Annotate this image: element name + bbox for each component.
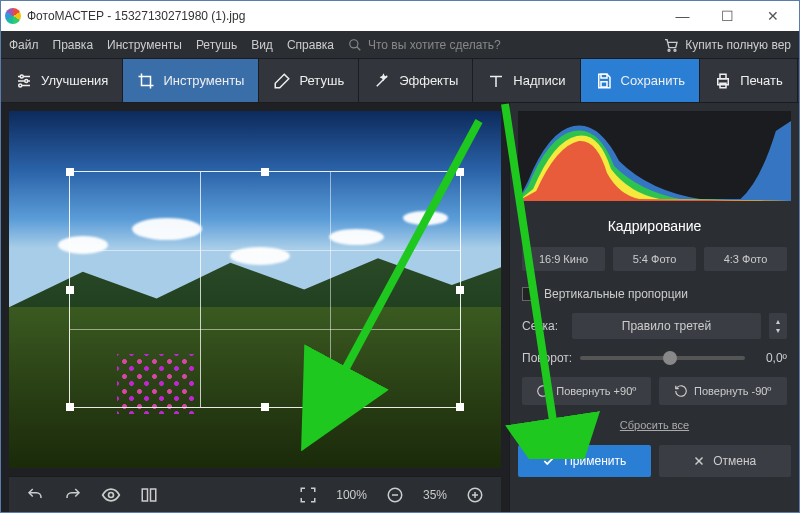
rotate-minus-90[interactable]: Повернуть -90º — [659, 377, 788, 405]
tab-enhance[interactable]: Улучшения — [1, 59, 123, 102]
tab-enhance-label: Улучшения — [41, 73, 108, 88]
zoom-in-button[interactable] — [465, 485, 485, 505]
print-label: Печать — [740, 73, 783, 88]
maximize-button[interactable]: ☐ — [705, 1, 750, 31]
brush-icon — [273, 72, 291, 90]
buy-label: Купить полную вер — [685, 38, 791, 52]
app-window: ФотоМАСТЕР - 15327130271980 (1).jpg — ☐ … — [0, 0, 800, 513]
preview-button[interactable] — [101, 485, 121, 505]
rotate-row: Поворот: 0,0º — [510, 345, 799, 371]
menu-edit[interactable]: Правка — [53, 38, 94, 52]
crop-handle-r[interactable] — [456, 286, 464, 294]
reset-all[interactable]: Сбросить все — [510, 411, 799, 439]
save-label: Сохранить — [621, 73, 686, 88]
svg-point-16 — [109, 492, 114, 497]
action-buttons: Применить Отмена — [510, 439, 799, 485]
histogram-svg — [518, 111, 791, 201]
crop-handle-br[interactable] — [456, 403, 464, 411]
fit-screen-button[interactable] — [298, 485, 318, 505]
cancel-button[interactable]: Отмена — [659, 445, 792, 477]
rotate-thumb[interactable] — [663, 351, 677, 365]
tab-effects[interactable]: Эффекты — [359, 59, 473, 102]
crop-handle-b[interactable] — [261, 403, 269, 411]
vertical-proportions-row: Вертикальные пропорции — [510, 281, 799, 307]
zoom-level: 35% — [423, 488, 447, 502]
back-button[interactable]: ‹ — [522, 217, 527, 235]
redo-button[interactable] — [63, 485, 83, 505]
minus-circle-icon — [386, 486, 404, 504]
close-button[interactable]: ✕ — [750, 1, 795, 31]
rotate-minus-label: Повернуть -90º — [694, 385, 771, 397]
crop-handle-tr[interactable] — [456, 168, 464, 176]
crop-handle-bl[interactable] — [66, 403, 74, 411]
vertical-checkbox[interactable] — [522, 287, 536, 301]
rotate-label: Поворот: — [522, 351, 572, 365]
grid-spinner[interactable]: ▴▾ — [769, 313, 787, 339]
rotate-plus-90[interactable]: Повернуть +90º — [522, 377, 651, 405]
svg-rect-13 — [720, 74, 726, 79]
rotate-slider[interactable] — [580, 356, 745, 360]
crop-frame[interactable] — [69, 171, 461, 408]
grid-select[interactable]: Правило третей — [572, 313, 761, 339]
minimize-button[interactable]: — — [660, 1, 705, 31]
menu-help[interactable]: Справка — [287, 38, 334, 52]
rotate-cw-icon — [536, 384, 550, 398]
print-icon — [714, 72, 732, 90]
sliders-icon — [15, 72, 33, 90]
tab-captions[interactable]: Надписи — [473, 59, 580, 102]
panel-title: Кадрирование — [608, 218, 702, 234]
preset-5-4[interactable]: 5:4 Фото — [613, 247, 696, 271]
canvas-area: 100% 35% — [1, 103, 509, 512]
tab-tools[interactable]: Инструменты — [123, 59, 259, 102]
svg-point-0 — [350, 39, 358, 47]
menu-view[interactable]: Вид — [251, 38, 273, 52]
window-title: ФотоМАСТЕР - 15327130271980 (1).jpg — [27, 9, 660, 23]
menu-file[interactable]: Файл — [9, 38, 39, 52]
svg-point-7 — [20, 75, 23, 78]
svg-line-1 — [357, 46, 361, 50]
app-icon — [5, 8, 21, 24]
check-icon — [542, 454, 556, 468]
tab-retouch-label: Ретушь — [299, 73, 344, 88]
panel-header: ‹ Кадрирование — [510, 209, 799, 243]
crop-handle-t[interactable] — [261, 168, 269, 176]
redo-icon — [64, 486, 82, 504]
canvas[interactable] — [9, 111, 501, 468]
preset-16-9[interactable]: 16:9 Кино — [522, 247, 605, 271]
x-icon — [693, 455, 705, 467]
svg-rect-11 — [601, 81, 607, 86]
search-field[interactable]: Что вы хотите сделать? — [348, 38, 501, 52]
vertical-label: Вертикальные пропорции — [544, 287, 688, 301]
buy-full-version[interactable]: Купить полную вер — [663, 37, 791, 53]
crop-handle-tl[interactable] — [66, 168, 74, 176]
print-button[interactable]: Печать — [700, 59, 798, 102]
svg-point-8 — [25, 79, 28, 82]
rotate-value: 0,0º — [753, 351, 787, 365]
compare-button[interactable] — [139, 485, 159, 505]
zoom-100-label[interactable]: 100% — [336, 488, 367, 502]
undo-icon — [26, 486, 44, 504]
apply-label: Применить — [564, 454, 626, 468]
menu-tools[interactable]: Инструменты — [107, 38, 182, 52]
svg-point-2 — [668, 49, 670, 51]
grid-row: Сетка: Правило третей ▴▾ — [510, 307, 799, 345]
svg-point-9 — [19, 84, 22, 87]
svg-rect-10 — [601, 74, 607, 78]
cancel-label: Отмена — [713, 454, 756, 468]
search-icon — [348, 38, 362, 52]
workspace: 100% 35% ‹ Кадрирование 16:9 — [1, 103, 799, 512]
undo-button[interactable] — [25, 485, 45, 505]
menu-retouch[interactable]: Ретушь — [196, 38, 237, 52]
tab-captions-label: Надписи — [513, 73, 565, 88]
apply-button[interactable]: Применить — [518, 445, 651, 477]
tab-retouch[interactable]: Ретушь — [259, 59, 359, 102]
menu-bar: Файл Правка Инструменты Ретушь Вид Справ… — [1, 31, 799, 59]
rotate-plus-label: Повернуть +90º — [556, 385, 636, 397]
save-icon — [595, 72, 613, 90]
zoom-out-button[interactable] — [385, 485, 405, 505]
svg-point-3 — [674, 49, 676, 51]
crop-handle-l[interactable] — [66, 286, 74, 294]
preset-4-3[interactable]: 4:3 Фото — [704, 247, 787, 271]
save-button[interactable]: Сохранить — [581, 59, 701, 102]
toolbar: Улучшения Инструменты Ретушь Эффекты Над… — [1, 59, 799, 103]
